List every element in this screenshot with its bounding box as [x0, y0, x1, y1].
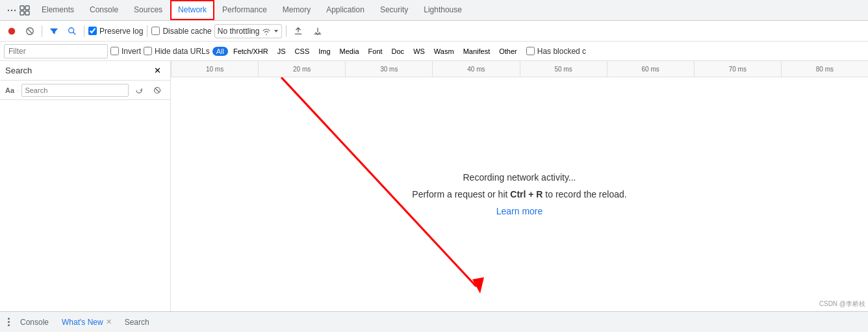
- disable-cache-label[interactable]: Disable cache: [151, 27, 211, 36]
- tick-50ms: 50 ms: [520, 61, 607, 77]
- svg-rect-3: [20, 6, 24, 10]
- filter-input[interactable]: [4, 44, 108, 58]
- hint-shortcut: Ctrl + R: [510, 189, 542, 199]
- tab-security[interactable]: Security: [372, 0, 416, 20]
- throttling-dropdown[interactable]: No throttling: [214, 24, 283, 38]
- has-blocked-text: Has blocked c: [537, 47, 586, 56]
- left-panel-header: Search ✕: [0, 61, 170, 81]
- close-icon: ✕: [154, 66, 161, 75]
- tab-application[interactable]: Application: [318, 0, 372, 20]
- tab-elements[interactable]: Elements: [34, 0, 82, 20]
- svg-point-1: [11, 9, 12, 10]
- svg-point-2: [14, 9, 16, 10]
- tab-bar: Elements Console Sources Network Perform…: [0, 0, 868, 21]
- invert-text: Invert: [121, 47, 141, 56]
- left-search-input[interactable]: [21, 84, 129, 97]
- aa-button[interactable]: Aa: [5, 86, 14, 94]
- export-button[interactable]: [310, 23, 326, 39]
- left-panel-title: Search: [5, 66, 32, 75]
- preserve-log-checkbox[interactable]: [88, 27, 97, 35]
- clear-search-button[interactable]: [149, 83, 165, 98]
- filter-toolbar: Invert Hide data URLs All Fetch/XHR JS C…: [0, 42, 868, 61]
- devtools-menu-icons[interactable]: [3, 0, 34, 20]
- throttling-label: No throttling: [218, 27, 260, 36]
- record-button[interactable]: [4, 23, 19, 39]
- chip-doc[interactable]: Doc: [388, 47, 409, 56]
- divider2: [84, 25, 84, 37]
- chip-wasm[interactable]: Wasm: [430, 47, 458, 56]
- svg-line-13: [155, 88, 159, 92]
- invert-label[interactable]: Invert: [110, 47, 141, 56]
- waterfall-header: 10 ms 20 ms 30 ms 40 ms 50 ms 60 ms 70 m…: [171, 61, 868, 77]
- disable-cache-checkbox[interactable]: [151, 27, 160, 35]
- tab-console[interactable]: Console: [82, 0, 126, 20]
- chip-all[interactable]: All: [212, 47, 228, 56]
- close-left-panel-button[interactable]: ✕: [149, 63, 165, 79]
- chip-js[interactable]: JS: [274, 47, 290, 56]
- watermark: CSDN @李桥枝: [819, 300, 865, 309]
- chip-fetch-xhr[interactable]: Fetch/XHR: [229, 47, 272, 56]
- tab-sources[interactable]: Sources: [126, 0, 170, 20]
- wifi-icon: [262, 27, 271, 36]
- tick-80ms: 80 ms: [781, 61, 868, 77]
- import-button[interactable]: [290, 23, 306, 39]
- search-button[interactable]: [64, 23, 80, 39]
- svg-rect-5: [20, 11, 24, 15]
- left-panel: Search ✕ Aa ·: [0, 61, 171, 311]
- tab-network[interactable]: Network: [170, 0, 214, 20]
- preserve-log-text: Preserve log: [99, 27, 143, 36]
- tick-70ms: 70 ms: [694, 61, 781, 77]
- download-icon: [313, 27, 322, 36]
- left-panel-search-bar: Aa ·: [0, 81, 170, 100]
- tab-memory[interactable]: Memory: [275, 0, 318, 20]
- svg-point-10: [69, 27, 74, 32]
- svg-line-11: [73, 32, 76, 34]
- customize-icon[interactable]: [6, 5, 17, 16]
- tick-30ms: 30 ms: [345, 61, 432, 77]
- chip-ws[interactable]: WS: [409, 47, 429, 56]
- chip-media[interactable]: Media: [336, 47, 363, 56]
- ban-icon: [153, 86, 161, 94]
- svg-point-7: [8, 27, 16, 34]
- svg-line-9: [28, 29, 32, 33]
- preserve-log-label[interactable]: Preserve log: [88, 27, 143, 36]
- hide-data-urls-label[interactable]: Hide data URLs: [144, 47, 210, 56]
- has-blocked-label[interactable]: Has blocked c: [526, 47, 586, 56]
- filter-button[interactable]: [46, 23, 62, 39]
- svg-point-0: [8, 9, 9, 10]
- inspect-icon[interactable]: [19, 5, 30, 16]
- recording-text: Recording network activity...: [463, 172, 576, 183]
- learn-more-link[interactable]: Learn more: [496, 206, 543, 216]
- chip-img[interactable]: Img: [314, 47, 334, 56]
- svg-rect-4: [25, 6, 29, 10]
- tick-60ms: 60 ms: [607, 61, 694, 77]
- filter-icon: [49, 27, 58, 36]
- divider1: [42, 25, 42, 37]
- chip-other[interactable]: Other: [495, 47, 521, 56]
- clear-icon: [25, 27, 34, 36]
- chip-manifest[interactable]: Manifest: [459, 47, 494, 56]
- network-toolbar: Preserve log Disable cache No throttling: [0, 21, 868, 42]
- chip-font[interactable]: Font: [364, 47, 387, 56]
- has-blocked-checkbox[interactable]: [526, 47, 535, 55]
- disable-cache-text: Disable cache: [162, 27, 211, 36]
- upload-icon: [294, 27, 303, 36]
- refresh-search-button[interactable]: [131, 83, 147, 98]
- divider3: [147, 25, 147, 37]
- chip-css[interactable]: CSS: [291, 47, 314, 56]
- tab-lighthouse[interactable]: Lighthouse: [416, 0, 470, 20]
- invert-checkbox[interactable]: [110, 47, 119, 55]
- recording-hint: Perform a request or hit Ctrl + R to rec…: [412, 189, 626, 199]
- hide-data-urls-text: Hide data URLs: [155, 47, 210, 56]
- dot-separator: ·: [17, 86, 19, 95]
- divider4: [286, 25, 287, 37]
- hint-prefix: Perform a request or hit: [412, 189, 510, 199]
- right-panel: 10 ms 20 ms 30 ms 40 ms 50 ms 60 ms 70 m…: [171, 61, 868, 311]
- main-area: Search ✕ Aa · 10 ms 20 ms 30 ms 40 ms 50…: [0, 61, 868, 311]
- record-icon: [7, 27, 16, 36]
- import-export-icons: [290, 23, 326, 39]
- hide-data-urls-checkbox[interactable]: [144, 47, 152, 55]
- empty-state: Recording network activity... Perform a …: [171, 77, 868, 311]
- clear-button[interactable]: [22, 23, 38, 39]
- tab-performance[interactable]: Performance: [214, 0, 275, 20]
